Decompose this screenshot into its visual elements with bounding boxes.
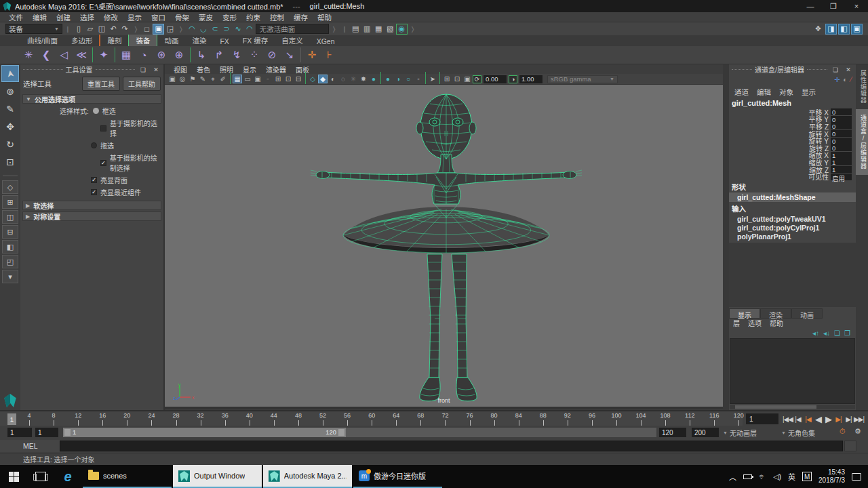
snap-curve-icon[interactable]: ◡: [198, 24, 210, 35]
speed-state-icon[interactable]: ◐: [843, 76, 847, 85]
menu-选择[interactable]: 选择: [75, 12, 99, 22]
edge-browser-button[interactable]: e: [54, 465, 81, 488]
tray-expand-icon[interactable]: ︿: [729, 471, 736, 482]
layout-four-pane-icon[interactable]: ⊞: [2, 195, 18, 209]
viewport-menu-照明[interactable]: 照明: [215, 64, 238, 75]
menu-修改[interactable]: 修改: [99, 12, 123, 22]
wifi-icon[interactable]: ᯤ: [759, 472, 766, 481]
viewport-menu-面板[interactable]: 面板: [291, 64, 314, 75]
shelf-tab-装备[interactable]: 装备: [128, 35, 157, 46]
time-slider[interactable]: 4812162024283236404448525660646872768084…: [0, 410, 868, 426]
redo-icon[interactable]: ↷: [119, 24, 131, 35]
bookmark-icon[interactable]: ⚑: [188, 75, 197, 83]
insert-joint-icon[interactable]: ↱: [211, 47, 227, 63]
layer-editor-tab-显示[interactable]: 显示: [729, 308, 760, 319]
group-divider[interactable]: ❭: [131, 26, 142, 33]
channel-value-field[interactable]: 0: [831, 138, 852, 144]
screen-ao-icon[interactable]: ●: [383, 75, 393, 83]
depth-peel-icon[interactable]: ▪: [414, 75, 423, 83]
joint-size-icon[interactable]: ▦: [118, 47, 134, 63]
menu-创建[interactable]: 创建: [52, 12, 75, 22]
step-back-frame-button[interactable]: |◀: [793, 415, 803, 423]
layer-menu-选项[interactable]: 选项: [744, 318, 766, 328]
script-editor-icon[interactable]: [844, 441, 856, 451]
camera-attrs-icon[interactable]: ◎: [178, 75, 187, 83]
toggle-channel-box-icon[interactable]: ▣: [851, 24, 863, 35]
gamma-icon[interactable]: ◑: [509, 75, 517, 83]
field-chart-icon[interactable]: ⊞: [273, 75, 283, 83]
shelf-tab-曲线/曲面[interactable]: 曲线/曲面: [20, 35, 64, 46]
image-plane-icon[interactable]: ✎: [198, 75, 208, 83]
ime-indicator[interactable]: 英: [788, 471, 795, 482]
ipr-render-icon[interactable]: ▦: [373, 24, 384, 35]
layer-editor-tab-渲染[interactable]: 渲染: [760, 308, 791, 319]
taskbar-item-scenes[interactable]: scenes: [83, 465, 172, 488]
shelf-tab-XGen[interactable]: XGen: [310, 37, 342, 46]
maximize-button[interactable]: ❐: [822, 2, 845, 11]
select-object-icon[interactable]: ▣: [153, 24, 164, 35]
new-empty-layer-icon[interactable]: ❏: [834, 329, 840, 337]
colorspace-dropdown[interactable]: sRGB gamma▼: [547, 75, 618, 83]
gamma-field[interactable]: 1.00: [519, 75, 542, 83]
popout-panel-icon[interactable]: ❏: [138, 66, 148, 73]
menu-变形[interactable]: 变形: [218, 12, 241, 22]
grid-toggle-icon[interactable]: ▦: [233, 75, 242, 83]
safe-action-icon[interactable]: ⊡: [283, 75, 293, 83]
create-joint-icon[interactable]: ↳: [193, 47, 210, 63]
move-layer-down-icon[interactable]: ◂↓: [823, 329, 830, 337]
animation-end-field[interactable]: 200: [692, 428, 719, 437]
anim-preferences-icon[interactable]: ⚙: [854, 427, 861, 436]
channel-value-field[interactable]: 0: [831, 144, 852, 151]
current-time-field[interactable]: 1: [746, 413, 778, 424]
layer-menu-层[interactable]: 层: [729, 318, 744, 328]
channel-box-menu-编辑[interactable]: 编辑: [753, 87, 775, 97]
select-hierarchy-icon[interactable]: □: [141, 24, 153, 35]
go-to-start-button[interactable]: |◀◀: [783, 415, 793, 423]
make-live-icon[interactable]: ◠: [244, 24, 256, 35]
menu-缓存[interactable]: 缓存: [289, 12, 313, 22]
gate-mask-icon[interactable]: ▫: [263, 75, 273, 83]
shelf-tab-动画[interactable]: 动画: [157, 35, 185, 46]
section-symmetry[interactable]: ▶对称设置: [22, 211, 161, 221]
select-camera-icon[interactable]: ⌖: [208, 75, 218, 83]
toggle-tool-settings-icon[interactable]: ◧: [838, 24, 850, 35]
toggle-attribute-editor-icon[interactable]: ◨: [825, 24, 837, 35]
menu-显示[interactable]: 显示: [123, 12, 146, 22]
marquee-radio[interactable]: [93, 108, 99, 114]
scale-tool-icon[interactable]: ⊡: [1, 153, 19, 170]
curve-pencil-icon[interactable]: ≪: [73, 47, 90, 63]
taskbar-item-Autodesk Maya 2...[interactable]: Autodesk Maya 2...: [263, 465, 352, 488]
shelf-tab-自定义[interactable]: 自定义: [275, 35, 310, 46]
input-node-row[interactable]: girl_cutted:polyTweakUV1: [729, 214, 856, 223]
input-node-row[interactable]: girl_cutted:polyCylProj1: [729, 223, 856, 232]
group-divider[interactable]: ❭: [408, 26, 418, 33]
layer-menu-帮助[interactable]: 帮助: [766, 318, 787, 328]
step-fwd-key-button[interactable]: ▶|: [833, 415, 844, 423]
grease-pencil-icon[interactable]: ✐: [218, 75, 228, 83]
viewport-menu-渲染器[interactable]: 渲染器: [261, 64, 291, 75]
drag-radio[interactable]: [91, 142, 97, 148]
clock[interactable]: 15:43 2018/7/3: [818, 468, 845, 485]
curve-bezier-icon[interactable]: ◁: [56, 47, 72, 63]
taskbar-item-傲游今日迷你版[interactable]: m傲游今日迷你版: [353, 465, 442, 488]
group-divider[interactable]: ❙: [339, 26, 350, 33]
side-tab-属性编辑器[interactable]: 属性编辑器: [856, 64, 868, 109]
close-panel-icon[interactable]: ✕: [843, 66, 853, 73]
header-grip[interactable]: [96, 69, 136, 70]
titlebar[interactable]: Autodesk Maya 2016: E:\桌面\sanwei\workfol…: [0, 0, 868, 12]
header-grip[interactable]: [807, 69, 827, 70]
range-end-handle[interactable]: [338, 429, 344, 436]
ik-handle-icon[interactable]: ◔: [136, 47, 152, 63]
save-scene-icon[interactable]: ◫: [96, 24, 108, 35]
range-start-handle[interactable]: [64, 429, 71, 436]
active-surface-field[interactable]: 无激活曲面: [256, 24, 329, 34]
layer-editor-tab-动画[interactable]: 动画: [791, 308, 823, 319]
section-soft-selection[interactable]: ▶软选择: [22, 201, 161, 210]
menu-窗口[interactable]: 窗口: [146, 12, 170, 22]
isolate-view-icon[interactable]: ▣: [462, 75, 472, 83]
side-tab-通道盒/层编辑器[interactable]: 通道盒/层编辑器: [856, 109, 868, 175]
task-view-button[interactable]: [27, 465, 54, 488]
orient-joint-icon[interactable]: ⁘: [246, 47, 262, 63]
channel-box-menu-显示[interactable]: 显示: [797, 87, 820, 97]
maxthon-tray-icon[interactable]: M: [802, 472, 812, 481]
